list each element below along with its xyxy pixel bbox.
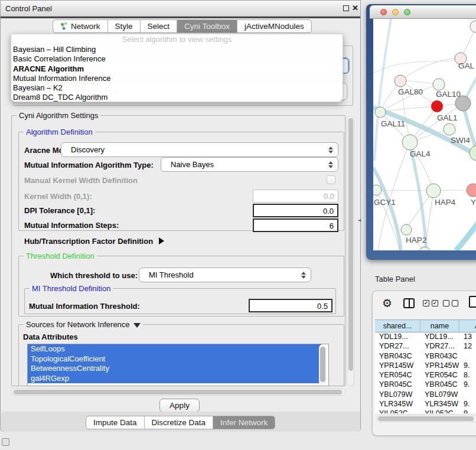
attributes-scrollbar[interactable] bbox=[319, 344, 327, 386]
sources-group-title[interactable]: Sources for Network Inference bbox=[24, 320, 143, 329]
network-node-gal10[interactable] bbox=[433, 79, 445, 90]
tab-style[interactable]: Style bbox=[108, 20, 141, 32]
dock-icon[interactable] bbox=[2, 438, 9, 446]
dropdown-item[interactable]: Bayesian – K2 bbox=[11, 83, 343, 93]
table-cell: YIL052C bbox=[420, 409, 459, 413]
tab-cyni-toolbox[interactable]: Cyni Toolbox bbox=[177, 20, 237, 32]
minimize-traffic-icon[interactable] bbox=[392, 9, 399, 15]
mi-type-combo[interactable]: Naive Bayes bbox=[161, 157, 338, 172]
network-node-gal80[interactable] bbox=[395, 75, 406, 87]
tab-discretize-data[interactable]: Discretize Data bbox=[145, 416, 214, 429]
network-node-gcy1[interactable] bbox=[373, 185, 382, 195]
network-node-label: GAL80 bbox=[398, 87, 423, 96]
attributes-scroll-thumb[interactable] bbox=[320, 347, 325, 382]
control-panel-window: Control Panel ✕ Network Style Select Cyn… bbox=[0, 0, 361, 432]
kernel-width-label: Kernel Width (0,1): bbox=[24, 192, 92, 201]
expand-right-icon[interactable] bbox=[159, 237, 164, 244]
network-node-gal4[interactable] bbox=[402, 135, 418, 150]
document-icon[interactable] bbox=[469, 296, 476, 308]
tab-select[interactable]: Select bbox=[141, 20, 178, 32]
column-header-cutoff[interactable]: A bbox=[459, 320, 476, 332]
dropdown-item[interactable]: Mutual Information Inference bbox=[11, 74, 343, 83]
table-cell: YBL079W bbox=[420, 390, 459, 400]
mi-threshold-field[interactable]: 0.5 bbox=[249, 299, 332, 312]
select-all-icon[interactable]: ✓✓ bbox=[423, 300, 438, 306]
collapse-down-icon[interactable] bbox=[133, 323, 141, 328]
mi-steps-field[interactable]: 6 bbox=[253, 219, 338, 232]
network-node-label: HAP4 bbox=[435, 198, 456, 207]
close-icon[interactable]: ✕ bbox=[352, 4, 358, 12]
network-node-label: GAL bbox=[458, 61, 475, 70]
settings-vscroll-thumb[interactable] bbox=[348, 118, 353, 371]
tab-infer-network[interactable]: Infer Network bbox=[213, 416, 275, 429]
table-cell: YLR345W bbox=[375, 400, 420, 409]
deselect-all-icon[interactable] bbox=[443, 300, 458, 306]
apply-button[interactable]: Apply bbox=[159, 399, 200, 412]
network-canvas[interactable]: GALGAL80GAL10GAL1GAL11SWI4GAL4GCY1HAP4YH… bbox=[373, 19, 476, 250]
dropdown-item[interactable]: Dream8 DC_TDC Algorithm bbox=[11, 93, 343, 102]
settings-hscroll-thumb[interactable] bbox=[14, 390, 342, 394]
table-row[interactable]: YBL079WYBL079W bbox=[375, 390, 476, 400]
table-cell: 9. bbox=[459, 380, 476, 390]
settings-vertical-scrollbar[interactable] bbox=[347, 116, 354, 386]
network-node-hap4[interactable] bbox=[426, 184, 441, 198]
split-pane-collapse-icon[interactable]: ◂ bbox=[358, 216, 361, 224]
tab-network[interactable]: Network bbox=[53, 20, 108, 32]
table-cell: 12 bbox=[459, 342, 476, 351]
table-horizontal-scrollbar[interactable] bbox=[376, 415, 476, 422]
data-attributes-list[interactable]: SelfLoopsTopologicalCoefficientBetweenne… bbox=[27, 344, 329, 386]
table-cell: YER054C bbox=[420, 371, 459, 380]
tab-jactivemnodules[interactable]: jActiveMNodules bbox=[237, 20, 311, 32]
settings-horizontal-scrollbar[interactable] bbox=[11, 388, 345, 396]
table-cell: YBR043C bbox=[420, 352, 459, 361]
dropdown-item[interactable]: ARACNE Algorithm bbox=[11, 64, 343, 74]
network-node-label: GAL10 bbox=[436, 90, 461, 99]
network-node-swi4[interactable] bbox=[444, 123, 455, 135]
network-node-hap2[interactable] bbox=[401, 224, 412, 235]
table-cell: 13 bbox=[459, 332, 476, 342]
table-row[interactable]: YER054CYER054C8. bbox=[375, 371, 476, 380]
table-row[interactable]: YIL052CYIL052C9 bbox=[375, 409, 476, 413]
table-row[interactable]: YDL19...YDL19...13 bbox=[375, 332, 476, 342]
dropdown-item[interactable]: Basic Correlation Inference bbox=[11, 54, 343, 64]
aracne-mode-combo[interactable]: Discovery bbox=[61, 142, 338, 157]
table-row[interactable]: YPR145WYPR145W9. bbox=[375, 361, 476, 371]
float-window-icon[interactable] bbox=[343, 5, 349, 11]
table-row[interactable]: YBR045CYBR045C9. bbox=[375, 380, 476, 390]
column-header-shared-name[interactable]: shared... bbox=[375, 320, 420, 332]
spinner-arrows-icon bbox=[299, 272, 308, 279]
dpi-tolerance-field[interactable]: 0.0 bbox=[253, 204, 338, 217]
hub-definition-toggle[interactable]: Hub/Transcription Factor Definition bbox=[24, 237, 164, 246]
which-threshold-combo[interactable]: MI Threshold bbox=[139, 268, 311, 282]
manual-kernel-checkbox[interactable] bbox=[327, 175, 335, 184]
network-node-gal1[interactable] bbox=[431, 100, 443, 112]
gear-icon[interactable]: ⚙ bbox=[382, 296, 392, 310]
table-row[interactable]: YLR345WYLR345W9. bbox=[375, 400, 476, 409]
network-view-window[interactable]: GALGAL80GAL10GAL1GAL11SWI4GAL4GCY1HAP4YH… bbox=[366, 4, 476, 260]
columns-icon[interactable] bbox=[403, 298, 415, 308]
zoom-traffic-icon[interactable] bbox=[404, 9, 410, 15]
dropdown-item[interactable]: Bayesian – Hill Climbing bbox=[11, 45, 343, 54]
network-window-titlebar[interactable] bbox=[370, 5, 476, 19]
network-node-label: GAL11 bbox=[381, 119, 405, 128]
close-traffic-icon[interactable] bbox=[380, 9, 387, 15]
table-cell: 9. bbox=[459, 400, 476, 409]
table-row[interactable]: YBR043CYBR043C bbox=[375, 352, 476, 361]
cyni-settings-title: Cyni Algorithm Settings bbox=[17, 111, 100, 120]
network-node[interactable] bbox=[470, 21, 476, 32]
attribute-list-item[interactable]: BetweennessCentrality bbox=[28, 364, 321, 374]
tab-impute-data[interactable]: Impute Data bbox=[86, 416, 145, 429]
column-header-name[interactable]: name bbox=[420, 320, 459, 332]
attribute-list-item[interactable]: SelfLoops bbox=[28, 344, 321, 354]
network-node-y[interactable] bbox=[467, 184, 476, 197]
table-hscroll-thumb[interactable] bbox=[378, 416, 474, 421]
table-row[interactable]: YDR27...YDR27...12 bbox=[375, 342, 476, 351]
manual-kernel-label: Manual Kernel Width Definition bbox=[24, 176, 138, 185]
control-panel-titlebar[interactable]: Control Panel ✕ bbox=[1, 1, 360, 17]
network-node[interactable] bbox=[470, 145, 476, 161]
kernel-width-field[interactable]: 0.0 bbox=[253, 190, 338, 203]
algorithm-definition-title: Algorithm Definition bbox=[24, 128, 95, 136]
attribute-list-item[interactable]: gal4RGexp bbox=[28, 374, 321, 384]
attribute-list-item[interactable]: TopologicalCoefficient bbox=[28, 354, 321, 364]
network-node-gal11[interactable] bbox=[375, 107, 386, 118]
